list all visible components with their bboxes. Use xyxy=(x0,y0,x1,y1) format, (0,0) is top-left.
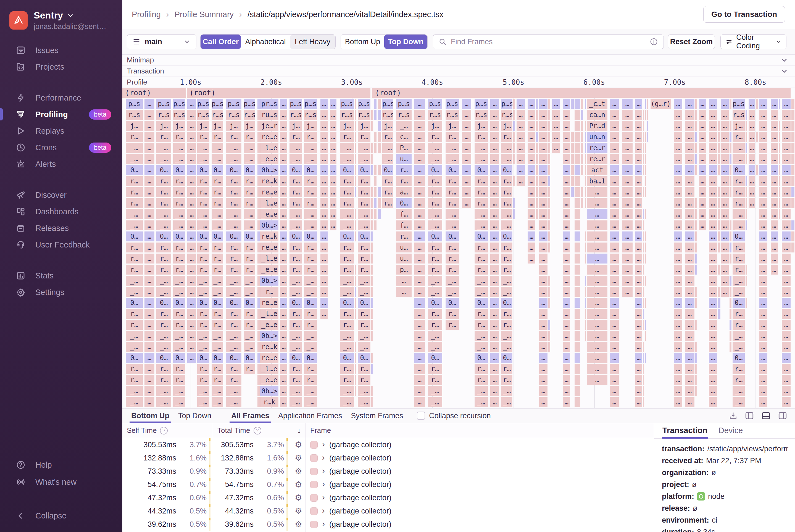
flame-frame-cell[interactable]: r…s xyxy=(173,110,185,120)
flame-frame-cell[interactable]: 0… xyxy=(446,165,459,175)
flame-frame-cell[interactable]: … xyxy=(528,154,535,164)
flame-frame-cell[interactable]: … xyxy=(563,121,570,131)
flame-frame-cell[interactable]: … xyxy=(563,231,570,242)
flame-frame-cell[interactable]: … xyxy=(528,121,535,131)
flame-frame-cell[interactable] xyxy=(548,154,550,164)
flame-frame-cell[interactable]: … xyxy=(635,165,642,175)
flame-frame-cell[interactable] xyxy=(643,287,644,297)
flame-frame-cell[interactable]: 0… xyxy=(501,298,512,308)
flame-frame-cell[interactable]: p…s xyxy=(289,99,302,109)
flame-frame-cell[interactable]: r… xyxy=(501,364,512,374)
chevron-down-icon[interactable] xyxy=(780,56,788,64)
flame-frame-cell[interactable] xyxy=(756,132,758,142)
flame-frame-cell[interactable] xyxy=(791,143,794,153)
flame-frame-cell[interactable]: r… xyxy=(126,375,143,385)
flame-frame-cell[interactable]: … xyxy=(490,231,499,242)
flame-frame-cell[interactable]: … xyxy=(145,231,154,242)
flame-frame-cell[interactable]: r… xyxy=(226,187,242,197)
flame-frame-cell[interactable]: … xyxy=(699,198,706,208)
flame-frame-cell[interactable]: 0… xyxy=(212,298,223,308)
flame-frame-cell[interactable] xyxy=(695,110,697,120)
flame-frame-cell[interactable]: … xyxy=(674,253,682,264)
flame-frame-cell[interactable]: r… xyxy=(501,309,512,319)
flame-frame-cell[interactable] xyxy=(745,276,747,286)
flame-frame-cell[interactable]: … xyxy=(145,364,154,374)
flame-frame-cell[interactable]: _… xyxy=(428,287,442,297)
flame-frame-cell[interactable]: … xyxy=(414,187,425,197)
flame-frame-cell[interactable]: _… xyxy=(446,154,459,164)
flame-frame-cell[interactable]: r… xyxy=(501,265,512,274)
flame-frame-cell[interactable]: r… xyxy=(428,243,442,252)
flame-frame-cell[interactable]: … xyxy=(563,253,570,264)
flame-frame-cell[interactable]: … xyxy=(699,209,706,219)
flame-frame-cell[interactable] xyxy=(645,331,646,341)
flame-frame-cell[interactable] xyxy=(695,353,697,363)
flame-frame-cell[interactable]: … xyxy=(490,198,499,208)
flame-frame-cell[interactable] xyxy=(371,276,373,286)
flame-frame-cell[interactable]: … xyxy=(587,231,607,242)
flame-frame-cell[interactable]: … xyxy=(552,121,560,131)
flame-frame-cell[interactable]: … xyxy=(145,253,154,264)
flame-frame-cell[interactable]: 0… xyxy=(358,298,371,308)
flame-frame-cell[interactable]: _… xyxy=(446,221,459,230)
flame-frame-cell[interactable]: … xyxy=(187,231,196,242)
flame-frame-cell[interactable]: … xyxy=(771,99,778,109)
flame-frame-cell[interactable]: … xyxy=(280,287,287,297)
flame-frame-cell[interactable] xyxy=(371,209,373,219)
flame-frame-cell[interactable] xyxy=(695,320,697,330)
flame-frame-cell[interactable]: … xyxy=(635,375,642,385)
flame-frame-cell[interactable] xyxy=(548,121,550,131)
flame-frame-cell[interactable]: … xyxy=(539,99,548,109)
flame-frame-cell[interactable]: … xyxy=(635,265,642,274)
flame-frame-cell[interactable]: … xyxy=(587,353,607,363)
flame-frame-cell[interactable] xyxy=(730,276,732,286)
flame-frame-cell[interactable]: pr…s xyxy=(260,99,279,109)
flame-frame-cell[interactable] xyxy=(643,154,644,164)
flame-frame-cell[interactable]: … xyxy=(759,276,768,286)
flame-frame-cell[interactable]: _… xyxy=(156,143,171,153)
details-tab-transaction[interactable]: Transaction xyxy=(662,423,708,438)
flame-frame-cell[interactable] xyxy=(645,231,646,242)
flame-frame-cell[interactable]: … xyxy=(539,253,548,264)
flame-frame-cell[interactable]: … xyxy=(330,198,337,208)
flame-frame-cell[interactable]: _… xyxy=(289,276,302,286)
flame-frame-cell[interactable]: … xyxy=(782,276,791,286)
flame-frame-cell[interactable] xyxy=(779,165,780,175)
flame-frame-cell[interactable]: … xyxy=(563,209,570,219)
flame-frame-cell[interactable]: … xyxy=(563,386,570,396)
flame-frame-cell[interactable]: r… xyxy=(197,265,209,274)
flame-frame-cell[interactable]: … xyxy=(622,110,632,120)
flame-frame-cell[interactable] xyxy=(643,364,644,374)
gear-icon[interactable]: ⚙ xyxy=(295,466,302,476)
flame-frame-cell[interactable]: … xyxy=(563,353,570,363)
flame-frame-cell[interactable]: … xyxy=(759,320,768,330)
flame-frame-cell[interactable]: … xyxy=(528,209,535,219)
flame-frame-cell[interactable]: … xyxy=(320,309,328,319)
flame-frame-cell[interactable]: … xyxy=(635,364,642,374)
flame-frame-cell[interactable]: r… xyxy=(212,243,223,252)
sidebar-item-what-s-new[interactable]: What's new xyxy=(0,473,122,491)
gear-icon[interactable]: ⚙ xyxy=(295,506,302,516)
flame-frame-cell[interactable]: … xyxy=(280,320,287,330)
flame-frame-cell[interactable]: r… xyxy=(340,253,354,264)
flame-frame-cell[interactable]: … xyxy=(320,209,328,219)
flame-frame-cell[interactable]: … xyxy=(771,243,778,252)
flame-frame-cell[interactable] xyxy=(645,243,646,252)
sidebar-item-collapse[interactable]: Collapse xyxy=(0,507,122,524)
flame-frame-cell[interactable] xyxy=(574,386,580,396)
flame-frame-cell[interactable]: … xyxy=(320,265,328,274)
flame-frame-cell[interactable]: r… xyxy=(501,187,512,197)
flame-frame-cell[interactable]: … xyxy=(280,265,287,274)
gear-icon[interactable]: ⚙ xyxy=(295,440,302,450)
flame-frame-cell[interactable] xyxy=(695,287,697,297)
flame-frame-cell[interactable] xyxy=(258,99,260,109)
flame-frame-cell[interactable]: … xyxy=(685,287,695,297)
flame-frame-cell[interactable]: … xyxy=(635,353,642,363)
flame-frame-cell[interactable]: … xyxy=(759,165,768,175)
flame-frame-cell[interactable]: 0… xyxy=(304,353,317,363)
flame-frame-cell[interactable]: … xyxy=(280,143,287,153)
flame-frame-cell[interactable]: _… xyxy=(212,221,223,230)
flame-frame-cell[interactable] xyxy=(730,187,732,197)
flame-frame-cell[interactable]: … xyxy=(709,265,717,274)
flame-frame-cell[interactable]: … xyxy=(145,276,154,286)
